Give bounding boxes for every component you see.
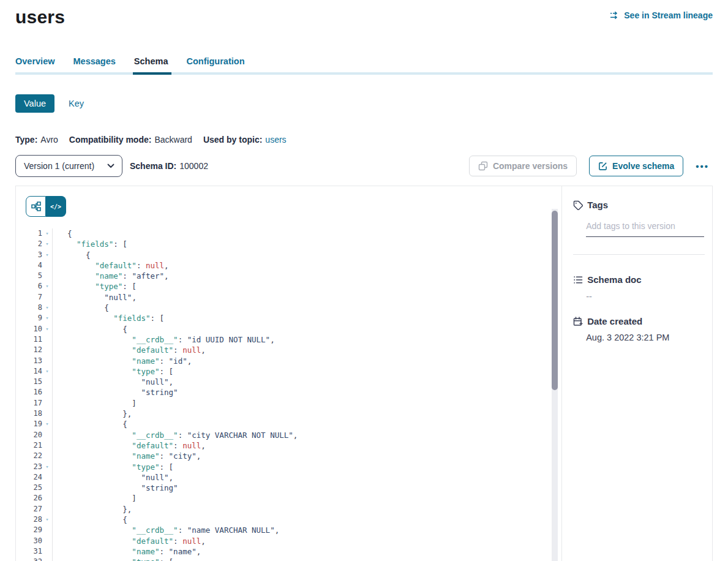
code-line: 24 "null", [16, 472, 561, 483]
compare-icon [478, 161, 488, 171]
code-line: 19▾ { [16, 419, 561, 429]
fold-toggle-icon[interactable]: ▾ [42, 281, 52, 292]
fold-spacer [42, 271, 52, 281]
code-text: "string" [52, 483, 561, 493]
fold-toggle-icon[interactable]: ▾ [42, 419, 52, 429]
line-number: 1 [16, 228, 42, 239]
code-text: }, [52, 504, 561, 514]
code-line: 16 "string" [16, 387, 561, 397]
code-line: 8▾ { [16, 303, 561, 313]
code-line: 7 "null", [16, 292, 561, 303]
stream-lineage-link[interactable]: See in Stream lineage [610, 10, 713, 20]
schema-doc-section: Schema doc -- [573, 274, 705, 301]
fold-spacer [42, 260, 52, 271]
fold-toggle-icon[interactable]: ▾ [42, 228, 52, 239]
code-text: "__crdb__": "id UUID NOT NULL", [52, 334, 561, 345]
used-by-topic-label: Used by topic: [203, 135, 262, 145]
code-line: 14▾ "type": [ [16, 366, 561, 377]
code-text: "fields": [ [52, 239, 561, 249]
code-line: 15 "null", [16, 377, 561, 387]
line-number: 12 [16, 345, 42, 355]
fold-toggle-icon[interactable]: ▾ [42, 366, 52, 377]
page-title: users [15, 6, 65, 28]
code-line: 17 ] [16, 398, 561, 409]
code-line: 27 }, [16, 504, 561, 514]
fold-toggle-icon[interactable]: ▾ [42, 250, 52, 260]
line-number: 6 [16, 281, 42, 292]
key-toggle-button[interactable]: Key [69, 99, 84, 108]
stream-lineage-icon [610, 10, 620, 20]
code-line: 23▾ "type": [ [16, 462, 561, 472]
schema-doc-title: Schema doc [587, 274, 641, 285]
fold-toggle-icon[interactable]: ▾ [42, 557, 52, 561]
tab-overview[interactable]: Overview [15, 56, 55, 72]
schema-id-label: Schema ID: [130, 161, 176, 171]
tab-schema[interactable]: Schema [134, 56, 168, 72]
edit-square-icon [598, 162, 607, 171]
code-view-icon: </> [50, 203, 61, 210]
version-select[interactable]: Version 1 (current) [15, 155, 122, 177]
tree-view-button[interactable] [26, 196, 46, 217]
fold-spacer [42, 356, 52, 366]
fold-toggle-icon[interactable]: ▾ [42, 303, 52, 313]
code-text: { [52, 324, 561, 334]
code-line: 5 "name": "after", [16, 271, 561, 281]
topic-link[interactable]: users [265, 135, 286, 145]
code-line: 6▾ "type": [ [16, 281, 561, 292]
line-number: 15 [16, 377, 42, 387]
line-number: 23 [16, 462, 42, 472]
line-number: 11 [16, 334, 42, 345]
fold-toggle-icon[interactable]: ▾ [42, 313, 52, 323]
line-number: 27 [16, 504, 42, 514]
code-line: 31 "name": "name", [16, 546, 561, 557]
line-number: 21 [16, 440, 42, 451]
code-text: "type": [ [52, 557, 561, 561]
tag-icon [573, 200, 583, 210]
stream-lineage-label: See in Stream lineage [624, 10, 713, 20]
code-text: "type": [ [52, 366, 561, 377]
line-number: 19 [16, 419, 42, 429]
fold-toggle-icon[interactable]: ▾ [42, 514, 52, 525]
fold-spacer [42, 292, 52, 303]
code-text: "default": null, [52, 345, 561, 355]
editor-scrollbar-thumb[interactable] [552, 211, 558, 390]
code-line: 28▾ { [16, 514, 561, 525]
sidebar-divider [573, 254, 705, 255]
code-text: "__crdb__": "city VARCHAR NOT NULL", [52, 430, 561, 440]
schema-sidebar: Tags Schema doc [562, 186, 712, 561]
date-created-title: Date created [587, 316, 642, 326]
line-number: 26 [16, 493, 42, 503]
code-view-button[interactable]: </> [46, 196, 66, 217]
editor-scrollbar-track[interactable] [552, 209, 558, 561]
compare-versions-button[interactable]: Compare versions [469, 156, 577, 176]
evolve-schema-button[interactable]: Evolve schema [589, 156, 683, 176]
value-toggle-button[interactable]: Value [15, 94, 54, 113]
fold-spacer [42, 472, 52, 483]
topbar: users See in Stream lineage [15, 0, 713, 28]
schema-meta-row: Type: Avro Compatibility mode: Backward … [15, 135, 713, 145]
line-number: 28 [16, 514, 42, 525]
fold-spacer [42, 504, 52, 514]
ellipsis-icon: ••• [696, 161, 709, 171]
code-text: { [52, 514, 561, 525]
code-text: }, [52, 409, 561, 419]
fold-spacer [42, 451, 52, 461]
code-text: "type": [ [52, 462, 561, 472]
line-number: 30 [16, 536, 42, 546]
tags-input[interactable] [586, 221, 704, 237]
line-number: 25 [16, 483, 42, 493]
tab-messages[interactable]: Messages [73, 56, 116, 72]
fold-toggle-icon[interactable]: ▾ [42, 324, 52, 334]
schema-content: </> 1▾{2▾ "fields": [3▾ {4 "default": nu… [15, 186, 713, 561]
schema-doc-value: -- [586, 292, 705, 301]
line-number: 4 [16, 260, 42, 271]
tab-configuration[interactable]: Configuration [186, 56, 244, 72]
fold-toggle-icon[interactable]: ▾ [42, 462, 52, 472]
more-options-button[interactable]: ••• [692, 159, 713, 174]
calendar-plus-icon [573, 317, 583, 326]
fold-spacer [42, 525, 52, 535]
value-key-toggle: Value Key [15, 94, 713, 113]
line-number: 10 [16, 324, 42, 334]
fold-spacer [42, 387, 52, 397]
fold-toggle-icon[interactable]: ▾ [42, 239, 52, 249]
